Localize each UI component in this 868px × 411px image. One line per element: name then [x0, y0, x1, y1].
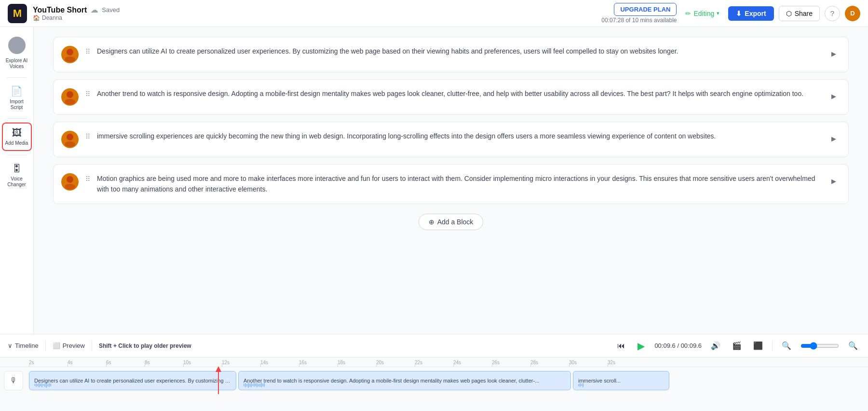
add-block-label: Add a Block — [437, 218, 474, 226]
ruler-6s: 6s — [106, 360, 145, 367]
zoom-slider[interactable] — [800, 342, 839, 350]
avatar[interactable]: D — [845, 6, 860, 21]
script-block-4: ⠿ Motion graphics are being used more an… — [53, 164, 849, 204]
share-button[interactable]: ⬡ Share — [779, 6, 820, 21]
block-2-play-button[interactable]: ▶ — [827, 89, 841, 103]
add-media-label: Add Media — [5, 140, 28, 146]
timeline-label-text: Timeline — [15, 342, 39, 349]
sidebar-item-import-script[interactable]: 📄 Import Script — [2, 82, 32, 114]
script-block-1: ⠿ Designers can utilize AI to create per… — [53, 37, 849, 72]
ruler-2s: 2s — [29, 360, 68, 367]
block-3-play-button[interactable]: ▶ — [827, 132, 841, 145]
block-1-play-button[interactable]: ▶ — [827, 47, 841, 60]
scene-button[interactable]: 🎬 — [730, 339, 744, 352]
time-separator: of — [625, 17, 632, 24]
zoom-in-button[interactable]: 🔍 — [846, 339, 860, 352]
timeline-toolbar: ∨ Timeline ⬜ Preview Shift + Click to pl… — [0, 334, 868, 357]
svg-point-4 — [67, 91, 73, 98]
svg-point-0 — [14, 41, 19, 46]
zoom-out-button[interactable]: 🔍 — [779, 339, 794, 352]
drag-handle-1[interactable]: ⠿ — [83, 47, 92, 56]
share-icon: ⬡ — [786, 10, 792, 17]
track-segment-1[interactable]: Designers can utilize AI to create perso… — [29, 371, 236, 390]
audio-track-row: 🎙 Designers can utilize AI to create per… — [29, 367, 868, 394]
skip-back-button[interactable]: ⏮ — [614, 340, 628, 352]
upgrade-plan-button[interactable]: UPGRADE PLAN — [614, 3, 677, 16]
block-4-text[interactable]: Motion graphics are being used more and … — [97, 173, 822, 195]
preview-label: ⬜ Preview — [53, 342, 85, 349]
monitor-icon: ⬜ — [53, 342, 60, 349]
app-logo: M — [8, 4, 27, 23]
project-title: YouTube Short ☁ Saved — [33, 6, 596, 14]
header: M YouTube Short ☁ Saved 🏠 Deanna UPGRADE… — [0, 0, 868, 27]
timeline-track-area[interactable]: 2s 4s 6s 8s 10s 12s 14s 16s 18s 20s 22s … — [0, 357, 868, 411]
ruler-32s: 32s — [608, 360, 646, 367]
ruler-14s: 14s — [260, 360, 299, 367]
explore-voices-icon — [8, 37, 26, 54]
timeline-label: ∨ Timeline — [8, 342, 39, 349]
block-3-text[interactable]: immersive scrolling experiences are quic… — [97, 131, 822, 141]
svg-point-6 — [67, 134, 73, 140]
sidebar-divider-2 — [7, 118, 27, 119]
time-slash: / — [677, 342, 680, 349]
ruler-16s: 16s — [299, 360, 338, 367]
time-total: 10 mins available — [632, 17, 677, 24]
breadcrumb: 🏠 Deanna — [33, 14, 596, 21]
block-4-play-button[interactable]: ▶ — [827, 174, 841, 188]
block-4-avatar — [61, 173, 79, 191]
ruler-30s: 30s — [569, 360, 608, 367]
add-block-button[interactable]: ⊕ Add a Block — [419, 214, 484, 230]
export-button[interactable]: ⬇ Export — [728, 6, 773, 21]
captions-button[interactable]: ⬛ — [751, 339, 765, 352]
waveform-3 — [578, 382, 664, 388]
time-total-display: 00:09.6 — [681, 342, 702, 349]
import-script-label: Import Script — [4, 99, 30, 110]
time-display: 00:07:28 of 10 mins available — [601, 17, 677, 24]
block-2-text[interactable]: Another trend to watch is responsive des… — [97, 88, 822, 99]
toolbar-divider-1 — [45, 341, 46, 351]
sidebar-item-voice-changer[interactable]: 🎛 Voice Changer — [2, 159, 32, 192]
ruler-10s: 10s — [183, 360, 222, 367]
editing-button[interactable]: ✏ Editing ▾ — [681, 7, 723, 20]
ruler-8s: 8s — [145, 360, 183, 367]
track-segment-3[interactable]: immersive scroll... — [573, 371, 669, 390]
avatar-initials: D — [850, 10, 854, 17]
explore-voices-label: Explore AI Voices — [4, 58, 30, 69]
export-label: Export — [745, 10, 766, 17]
sidebar: Explore AI Voices 📄 Import Script 🖼 Add … — [0, 27, 34, 334]
logo-icon: M — [13, 7, 22, 20]
share-label: Share — [795, 10, 813, 17]
play-button[interactable]: ▶ — [635, 338, 648, 354]
ruler-4s: 4s — [68, 360, 106, 367]
editing-label: Editing — [693, 10, 714, 17]
script-block-3: ⠿ immersive scrolling experiences are qu… — [53, 122, 849, 157]
help-button[interactable]: ? — [825, 6, 840, 21]
block-3-avatar — [61, 131, 79, 148]
ruler-24s: 24s — [453, 360, 492, 367]
cloud-saved-icon: ☁ — [91, 6, 98, 14]
pencil-icon: ✏ — [685, 10, 691, 17]
track-segment-2[interactable]: Another trend to watch is responsive des… — [238, 371, 571, 390]
import-script-icon: 📄 — [11, 85, 23, 97]
saved-status: Saved — [102, 6, 120, 14]
shift-click-text: to play older preview — [134, 342, 191, 349]
sidebar-item-add-media[interactable]: 🖼 Add Media — [2, 123, 32, 151]
ruler-22s: 22s — [415, 360, 453, 367]
sidebar-item-explore-voices[interactable]: Explore AI Voices — [2, 33, 32, 73]
chevron-down-icon: ∨ — [8, 342, 13, 349]
block-1-text[interactable]: Designers can utilize AI to create perso… — [97, 46, 822, 56]
svg-point-1 — [14, 46, 20, 50]
shift-click-key: Shift + Click — [99, 342, 132, 349]
timeline-ruler: 2s 4s 6s 8s 10s 12s 14s 16s 18s 20s 22s … — [0, 357, 868, 367]
header-title-area: YouTube Short ☁ Saved 🏠 Deanna — [33, 6, 596, 21]
shift-click-hint: Shift + Click to play older preview — [99, 342, 191, 349]
svg-point-5 — [65, 99, 75, 105]
drag-handle-4[interactable]: ⠿ — [83, 174, 92, 184]
drag-handle-2[interactable]: ⠿ — [83, 89, 92, 99]
volume-button[interactable]: 🔊 — [708, 339, 723, 352]
drag-handle-3[interactable]: ⠿ — [83, 132, 92, 141]
script-block-2: ⠿ Another trend to watch is responsive d… — [53, 79, 849, 115]
header-right: UPGRADE PLAN 00:07:28 of 10 mins availab… — [601, 3, 860, 24]
add-media-icon: 🖼 — [12, 127, 22, 138]
block-2-avatar — [61, 88, 79, 106]
